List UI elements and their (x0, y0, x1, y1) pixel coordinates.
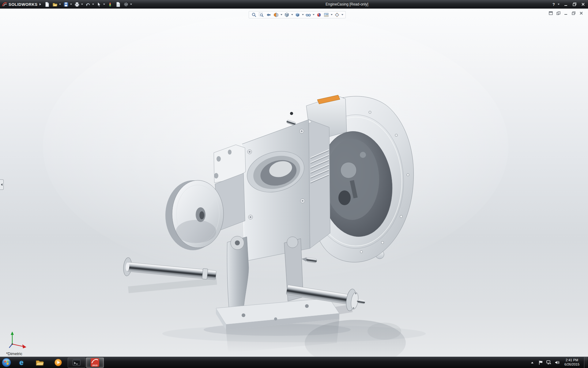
minimize-icon (564, 2, 568, 6)
save-button[interactable] (62, 1, 73, 8)
zoom-to-fit-icon (251, 12, 257, 17)
action-center-button[interactable] (538, 360, 543, 365)
file-properties-button[interactable] (115, 1, 122, 8)
view-orientation-button[interactable] (283, 12, 290, 18)
show-hidden-icons-arrow-icon (531, 362, 533, 363)
open-icon (52, 2, 58, 7)
print-icon (74, 2, 80, 7)
document-title: EngineCasing [Read-only] (326, 2, 368, 6)
command-prompt-icon (73, 359, 81, 366)
taskbar-command-prompt[interactable] (68, 358, 85, 368)
apply-scene-dropdown-caret[interactable] (331, 14, 333, 15)
apply-scene-icon (324, 12, 329, 17)
restore-document-icon (572, 11, 575, 15)
taskbar-clock[interactable]: 2:41 PM 6/26/2015 (563, 358, 581, 367)
rebuild-icon (107, 2, 113, 7)
tile-window-icon (556, 11, 560, 15)
hide-show-items-button[interactable] (305, 12, 312, 18)
hide-show-items-icon (306, 12, 311, 17)
print-dropdown-caret[interactable] (81, 4, 83, 5)
close-window-button[interactable] (580, 2, 586, 7)
select-dropdown-caret[interactable] (103, 4, 105, 5)
view-settings-icon (334, 12, 340, 17)
show-desktop-button[interactable] (584, 357, 587, 368)
close-document-button[interactable] (579, 11, 584, 15)
undo-icon (85, 2, 91, 7)
document-window-controls (548, 11, 584, 15)
solidworks-app-icon: 2015 (91, 358, 99, 367)
windows-start-icon (2, 358, 11, 367)
volume-button[interactable] (554, 360, 560, 365)
rebuild-button[interactable] (107, 1, 114, 8)
reference-triad[interactable] (8, 331, 29, 350)
file-properties-icon (115, 2, 121, 7)
tile-window-button[interactable] (556, 11, 561, 15)
apply-scene-button[interactable] (323, 12, 330, 18)
restore-document-button[interactable] (571, 11, 576, 15)
solidworks-icon-label: 2015 (92, 364, 98, 367)
new-window-button[interactable] (548, 11, 553, 15)
help-dropdown-caret[interactable] (558, 4, 560, 5)
select-icon (96, 2, 102, 7)
new-window-icon (549, 11, 553, 15)
system-tray: 2:41 PM 6/26/2015 (530, 357, 588, 368)
heads-up-view-toolbar (249, 11, 346, 18)
new-button[interactable] (43, 1, 51, 8)
volume-icon (555, 360, 560, 365)
save-dropdown-caret[interactable] (70, 4, 72, 5)
featuremanager-collapse-tab[interactable] (0, 179, 4, 190)
display-style-button[interactable] (294, 12, 301, 18)
show-hidden-icons-button[interactable] (530, 360, 535, 365)
start-button[interactable] (1, 357, 12, 368)
select-button[interactable] (96, 1, 106, 8)
save-icon (63, 2, 69, 7)
view-settings-button[interactable] (334, 12, 341, 18)
taskbar-solidworks-2015[interactable]: 2015 (86, 358, 104, 368)
edit-appearance-button[interactable] (315, 12, 322, 18)
section-view-dropdown-caret[interactable] (281, 14, 282, 15)
close-document-icon (579, 11, 583, 15)
section-view-icon (273, 12, 279, 17)
open-button[interactable] (51, 1, 62, 8)
view-orientation-dropdown-caret[interactable] (291, 14, 293, 15)
network-status-button[interactable] (546, 360, 552, 365)
minimize-document-button[interactable] (564, 11, 568, 15)
view-orientation-label: *Dimetric (6, 351, 22, 356)
edit-appearance-icon (316, 12, 322, 17)
zoom-to-area-button[interactable] (258, 12, 265, 18)
graphics-area[interactable]: *Dimetric (0, 9, 588, 357)
undo-button[interactable] (85, 1, 95, 8)
display-style-icon (295, 12, 300, 17)
menu-expand-arrow[interactable] (40, 3, 41, 6)
previous-view-button[interactable] (265, 12, 272, 18)
solidworks-swirl-icon (91, 358, 99, 364)
zoom-to-area-icon (259, 12, 264, 17)
options-button[interactable] (123, 1, 133, 8)
taskbar-media-player[interactable] (49, 358, 67, 368)
open-dropdown-caret[interactable] (59, 4, 61, 5)
action-center-flag-icon (538, 360, 543, 365)
close-icon (581, 2, 585, 6)
minimize-window-button[interactable] (563, 2, 569, 7)
taskbar-windows-explorer[interactable] (31, 358, 49, 368)
ds-logo-icon (2, 2, 7, 7)
print-button[interactable] (74, 1, 84, 8)
undo-dropdown-caret[interactable] (92, 4, 94, 5)
restore-icon (573, 2, 576, 6)
title-bar: SOLIDWORKS (0, 0, 588, 9)
zoom-to-fit-button[interactable] (251, 12, 258, 18)
display-style-dropdown-caret[interactable] (302, 14, 304, 15)
app-name: SOLIDWORKS (9, 2, 38, 7)
help-button[interactable]: ? (552, 2, 555, 7)
solidworks-logo[interactable]: SOLIDWORKS (0, 0, 43, 9)
windows-explorer-icon (36, 359, 44, 366)
view-orientation-icon (284, 12, 289, 17)
view-settings-dropdown-caret[interactable] (341, 14, 343, 15)
options-dropdown-caret[interactable] (130, 4, 132, 5)
restore-window-button[interactable] (571, 2, 578, 7)
taskbar-internet-explorer[interactable]: e (13, 358, 30, 368)
collapse-arrow-icon (1, 183, 2, 186)
section-view-button[interactable] (273, 12, 280, 18)
engine-casing-model[interactable] (0, 9, 588, 357)
hide-show-items-dropdown-caret[interactable] (313, 14, 315, 15)
